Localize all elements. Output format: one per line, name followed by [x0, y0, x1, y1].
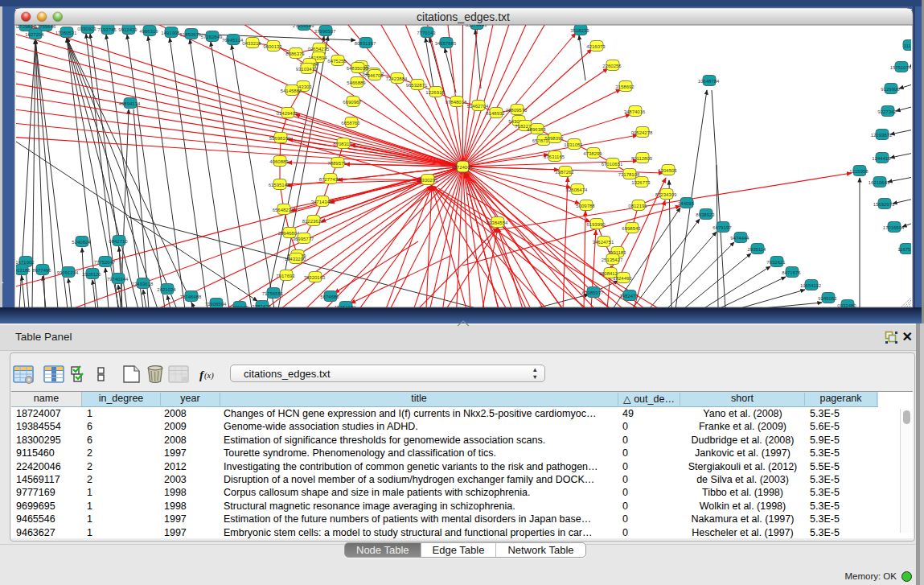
svg-text:29946804: 29946804	[278, 231, 300, 236]
svg-text:8938923: 8938923	[696, 212, 715, 217]
svg-text:1491905: 1491905	[161, 31, 180, 35]
svg-text:34714345: 34714345	[311, 200, 333, 204]
svg-text:73178108: 73178108	[618, 172, 640, 177]
svg-text:13493618: 13493618	[132, 282, 154, 286]
svg-text:71906594: 71906594	[205, 302, 227, 307]
svg-text:144095: 144095	[678, 201, 695, 206]
svg-text:9600133: 9600133	[263, 44, 282, 49]
svg-text:7889579: 7889579	[327, 161, 347, 166]
svg-text:0330923: 0330923	[77, 27, 97, 31]
svg-text:72423884: 72423884	[386, 76, 408, 81]
svg-text:65648236: 65648236	[273, 208, 294, 212]
svg-text:34957885: 34957885	[435, 41, 457, 46]
svg-text:9912419: 9912419	[118, 27, 138, 32]
svg-text:34874016: 34874016	[624, 109, 646, 114]
svg-text:17080531: 17080531	[55, 31, 77, 35]
svg-text:76945314: 76945314	[222, 38, 244, 43]
svg-text:5674680: 5674680	[320, 295, 339, 299]
svg-text:2421024: 2421024	[157, 287, 176, 292]
svg-text:3387262: 3387262	[555, 170, 574, 175]
svg-text:2328120: 2328120	[82, 272, 101, 277]
svg-text:4896383: 4896383	[527, 127, 546, 132]
svg-text:17016504: 17016504	[883, 225, 905, 230]
svg-text:citations_edges.txt: citations_edges.txt	[417, 10, 510, 23]
svg-text:18724007: 18724007	[451, 165, 473, 170]
svg-text:60385977: 60385977	[582, 290, 604, 295]
svg-text:79740344: 79740344	[107, 277, 129, 282]
svg-text:3158692: 3158692	[615, 84, 634, 89]
svg-text:6658760: 6658760	[341, 121, 360, 126]
svg-text:13433200: 13433200	[285, 257, 306, 262]
svg-text:4060883: 4060883	[269, 159, 289, 164]
svg-text:16210643: 16210643	[869, 180, 890, 185]
svg-text:1215958: 1215958	[849, 169, 869, 174]
svg-text:37631165: 37631165	[544, 154, 565, 159]
svg-text:25135427: 25135427	[602, 257, 623, 262]
svg-text:97848018: 97848018	[446, 100, 467, 105]
svg-text:54145868: 54145868	[281, 89, 302, 93]
svg-text:96532871: 96532871	[406, 83, 428, 88]
svg-text:57262849: 57262849	[201, 35, 223, 39]
svg-text:1226916: 1226916	[425, 90, 445, 95]
svg-text:87234309: 87234309	[655, 192, 677, 197]
svg-text:15692971: 15692971	[873, 202, 895, 207]
svg-text:87277434: 87277434	[319, 177, 341, 182]
svg-text:34624751: 34624751	[593, 240, 614, 245]
svg-text:9474444: 9474444	[730, 236, 749, 241]
svg-text:80831367: 80831367	[355, 41, 376, 46]
svg-text:5466889: 5466889	[347, 80, 366, 85]
svg-text:4738299: 4738299	[583, 151, 602, 156]
svg-text:6193990: 6193990	[586, 222, 606, 227]
svg-text:7193745: 7193745	[97, 27, 117, 32]
svg-text:8471676: 8471676	[782, 270, 801, 275]
svg-text:0842710: 0842710	[109, 239, 128, 244]
svg-text:80112805: 80112805	[631, 156, 653, 161]
svg-text:1627204: 1627204	[25, 32, 44, 37]
svg-text:76320163: 76320163	[304, 275, 326, 280]
svg-text:8677496: 8677496	[32, 268, 51, 273]
svg-text:5240824: 5240824	[72, 240, 91, 245]
svg-text:8148932: 8148932	[486, 111, 505, 116]
svg-text:8386379: 8386379	[285, 51, 305, 56]
svg-text:5009788: 5009788	[576, 204, 595, 208]
svg-text:6998543: 6998543	[622, 226, 641, 231]
svg-text:15751074: 15751074	[890, 65, 912, 70]
svg-text:00524278: 00524278	[631, 130, 653, 135]
svg-text:19384554: 19384554	[487, 220, 508, 225]
svg-text:12093872: 12093872	[871, 133, 893, 138]
svg-text:37996507: 37996507	[314, 29, 336, 34]
svg-text:93103413: 93103413	[296, 67, 318, 72]
svg-text:2935114: 2935114	[748, 247, 767, 252]
svg-text:3482477: 3482477	[619, 294, 639, 299]
svg-text:4966319: 4966319	[139, 29, 158, 34]
svg-text:9129906: 9129906	[881, 87, 900, 92]
svg-text:1824493: 1824493	[613, 276, 632, 281]
svg-text:7770143: 7770143	[417, 31, 436, 35]
svg-text:28809570: 28809570	[506, 108, 528, 113]
svg-text:77752047: 77752047	[94, 260, 116, 265]
svg-text:1031051: 1031051	[564, 142, 583, 147]
svg-text:0812191: 0812191	[628, 204, 647, 208]
svg-text:7346706: 7346706	[364, 73, 384, 78]
svg-text:71746488: 71746488	[180, 295, 202, 299]
svg-text:01429401: 01429401	[277, 111, 298, 116]
svg-text:3518233: 3518233	[570, 28, 589, 33]
svg-text:6204505: 6204505	[658, 168, 677, 173]
svg-text:0433218: 0433218	[242, 41, 261, 46]
svg-text:36995777: 36995777	[293, 237, 314, 241]
svg-text:1326773: 1326773	[631, 180, 651, 185]
svg-text:51850671: 51850671	[180, 32, 202, 37]
svg-text:64835030: 64835030	[347, 66, 368, 71]
svg-text:61595148: 61595148	[269, 183, 290, 187]
svg-text:8708317: 8708317	[333, 142, 352, 146]
svg-text:49894134: 49894134	[119, 101, 141, 106]
svg-text:(x): (x)	[204, 371, 214, 381]
svg-text:99091334: 99091334	[57, 270, 79, 275]
svg-text:5098393: 5098393	[544, 136, 564, 141]
svg-text:1244415: 1244415	[872, 156, 891, 161]
svg-text:02654235: 02654235	[308, 47, 330, 51]
svg-text:4216073: 4216073	[586, 44, 606, 49]
svg-text:71756551: 71756551	[262, 291, 284, 296]
svg-text:67010651: 67010651	[602, 162, 623, 167]
svg-text:02606474: 02606474	[566, 187, 588, 192]
